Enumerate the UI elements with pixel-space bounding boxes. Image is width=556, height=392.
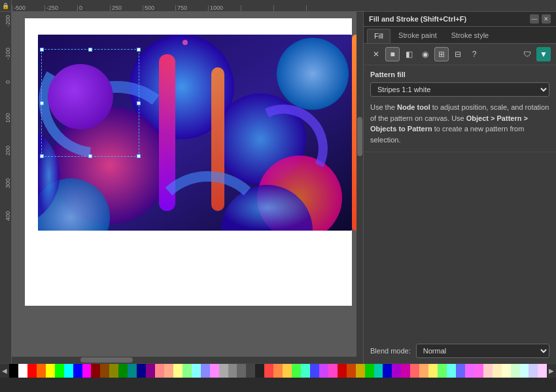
palette-color-swatch[interactable] xyxy=(365,364,374,378)
panel-spacer xyxy=(364,152,556,338)
palette-color-swatch[interactable] xyxy=(410,364,419,378)
pattern-select[interactable]: Stripes 1:1 white Stripes 1:1 black Dots… xyxy=(370,82,549,97)
palette-color-swatch[interactable] xyxy=(401,364,410,378)
palette-color-swatch[interactable] xyxy=(18,364,27,378)
palette-color-swatch[interactable] xyxy=(82,364,92,378)
blend-mode-select[interactable]: Normal Multiply Screen Overlay Darken Li… xyxy=(416,344,549,358)
vertical-scrollbar-thumb[interactable] xyxy=(357,117,362,156)
tab-fill[interactable]: Fill xyxy=(367,29,391,43)
ruler-numbers: -500 -250 0 250 500 750 1000 xyxy=(12,5,339,11)
palette-color-swatch[interactable] xyxy=(46,364,55,378)
ruler-mark: 0 xyxy=(77,5,110,11)
canvas-area[interactable]: 1a0083ff 7d00e0ff cd0e92ff 0a00f4ff 48c8… xyxy=(12,12,363,363)
palette-color-swatch[interactable] xyxy=(264,364,273,378)
panel-minimize-button[interactable]: — xyxy=(530,14,539,24)
palette-color-swatch[interactable] xyxy=(338,364,347,378)
pattern-button[interactable]: ⊞ xyxy=(434,47,449,61)
tab-stroke-paint[interactable]: Stroke paint xyxy=(392,29,443,43)
palette-color-swatch[interactable] xyxy=(283,364,292,378)
panel-title: Fill and Stroke (Shift+Ctrl+F) xyxy=(369,15,466,23)
palette-color-swatch[interactable] xyxy=(502,364,511,378)
palette-color-swatch[interactable] xyxy=(456,364,465,378)
palette-color-swatch[interactable] xyxy=(73,364,82,378)
palette-color-swatch[interactable] xyxy=(128,364,137,378)
panel-close-button[interactable]: ✕ xyxy=(542,14,551,24)
palette-color-swatch[interactable] xyxy=(37,364,46,378)
palette-color-swatch[interactable] xyxy=(146,364,155,378)
palette-color-swatch[interactable] xyxy=(428,364,438,378)
palette-color-swatch[interactable] xyxy=(109,364,118,378)
palette-color-swatch[interactable] xyxy=(137,364,146,378)
color-palette: ◀ ▶ xyxy=(0,363,556,378)
palette-color-swatch[interactable] xyxy=(438,364,447,378)
none-button[interactable]: ✕ xyxy=(369,47,383,61)
palette-color-swatch[interactable] xyxy=(164,364,173,378)
panel-tabs: Fill Stroke paint Stroke style xyxy=(364,27,556,44)
palette-colors xyxy=(9,364,547,378)
shield-button[interactable]: 🛡 xyxy=(520,47,534,61)
palette-color-swatch[interactable] xyxy=(9,364,18,378)
palette-color-swatch[interactable] xyxy=(356,364,365,378)
ruler-mark xyxy=(273,5,306,11)
flat-color-button[interactable]: ■ xyxy=(385,47,400,61)
horizontal-scrollbar-thumb[interactable] xyxy=(80,357,133,363)
palette-color-swatch[interactable] xyxy=(538,364,547,378)
palette-color-swatch[interactable] xyxy=(328,364,338,378)
palette-color-swatch[interactable] xyxy=(319,364,328,378)
palette-color-swatch[interactable] xyxy=(237,364,246,378)
palette-color-swatch[interactable] xyxy=(419,364,428,378)
palette-scroll-left[interactable]: ◀ xyxy=(0,364,9,378)
panel-titlebar: Fill and Stroke (Shift+Ctrl+F) — ✕ xyxy=(364,12,556,27)
horizontal-scrollbar[interactable] xyxy=(12,357,356,363)
ruler-mark-left: 200 xyxy=(3,146,11,178)
palette-color-swatch[interactable] xyxy=(64,364,73,378)
palette-color-swatch[interactable] xyxy=(493,364,502,378)
palette-color-swatch[interactable] xyxy=(310,364,319,378)
palette-color-swatch[interactable] xyxy=(182,364,192,378)
right-panel: Fill and Stroke (Shift+Ctrl+F) — ✕ Fill … xyxy=(363,12,556,363)
ruler-mark: 1000 xyxy=(208,5,241,11)
palette-color-swatch[interactable] xyxy=(201,364,210,378)
palette-color-swatch[interactable] xyxy=(228,364,237,378)
palette-color-swatch[interactable] xyxy=(374,364,383,378)
teal-button[interactable]: ▼ xyxy=(536,47,551,61)
vertical-scrollbar[interactable] xyxy=(356,12,363,363)
palette-color-swatch[interactable] xyxy=(392,364,401,378)
palette-color-swatch[interactable] xyxy=(27,364,37,378)
palette-scroll-right[interactable]: ▶ xyxy=(547,364,556,378)
palette-color-swatch[interactable] xyxy=(383,364,392,378)
palette-color-swatch[interactable] xyxy=(301,364,310,378)
ruler-mark-left: 400 xyxy=(3,211,11,244)
palette-color-swatch[interactable] xyxy=(246,364,255,378)
palette-color-swatch[interactable] xyxy=(255,364,264,378)
palette-color-swatch[interactable] xyxy=(347,364,356,378)
palette-color-swatch[interactable] xyxy=(173,364,182,378)
palette-color-swatch[interactable] xyxy=(520,364,529,378)
palette-color-swatch[interactable] xyxy=(155,364,164,378)
radial-gradient-button[interactable]: ◉ xyxy=(418,47,432,61)
palette-color-swatch[interactable] xyxy=(100,364,109,378)
palette-color-swatch[interactable] xyxy=(210,364,219,378)
tab-stroke-style[interactable]: Stroke style xyxy=(445,29,495,43)
palette-color-swatch[interactable] xyxy=(192,364,201,378)
ruler-mark xyxy=(306,5,339,11)
svg-point-4 xyxy=(277,38,349,110)
swatch-button[interactable]: ⊟ xyxy=(451,47,465,61)
linear-gradient-button[interactable]: ◧ xyxy=(402,47,416,61)
artwork[interactable]: 1a0083ff 7d00e0ff cd0e92ff 0a00f4ff 48c8… xyxy=(38,35,352,231)
selected-circle[interactable] xyxy=(48,64,113,129)
palette-color-swatch[interactable] xyxy=(529,364,538,378)
palette-color-swatch[interactable] xyxy=(91,364,100,378)
palette-color-swatch[interactable] xyxy=(447,364,456,378)
palette-color-swatch[interactable] xyxy=(511,364,520,378)
palette-color-swatch[interactable] xyxy=(474,364,483,378)
unknown-button[interactable]: ? xyxy=(467,47,481,61)
palette-color-swatch[interactable] xyxy=(219,364,228,378)
palette-color-swatch[interactable] xyxy=(273,364,283,378)
panel-icons-row: ✕ ■ ◧ ◉ ⊞ ⊟ ? 🛡 ▼ xyxy=(364,44,556,65)
palette-color-swatch[interactable] xyxy=(118,364,128,378)
palette-color-swatch[interactable] xyxy=(483,364,493,378)
palette-color-swatch[interactable] xyxy=(465,364,474,378)
palette-color-swatch[interactable] xyxy=(55,364,64,378)
palette-color-swatch[interactable] xyxy=(292,364,301,378)
